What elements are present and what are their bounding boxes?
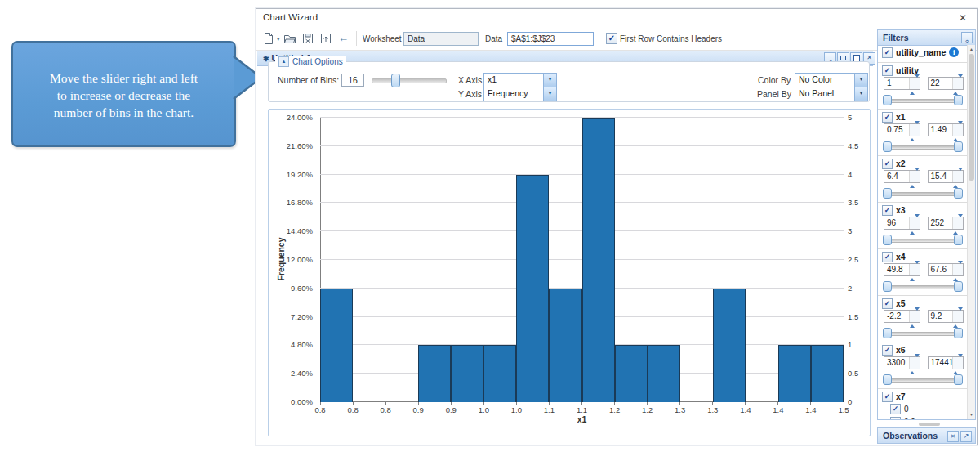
new-chart-dropdown-icon[interactable]: ▾ [277, 36, 280, 43]
spinner-arrows-icon[interactable] [952, 171, 963, 182]
spinner-arrows-icon[interactable] [909, 124, 920, 136]
spinner-arrows-icon[interactable] [952, 217, 963, 229]
bins-slider-track[interactable] [372, 78, 447, 83]
filter-checkbox[interactable]: ✓ [882, 65, 893, 76]
histogram-bar [582, 118, 615, 402]
min-value-spinner[interactable]: 49.8 [884, 263, 920, 276]
max-value-spinner[interactable]: 22 [928, 77, 964, 90]
bins-slider-thumb[interactable] [391, 74, 400, 87]
observations-popout-icon[interactable]: ↗ [960, 431, 972, 442]
range-slider-right-handle[interactable] [954, 95, 963, 105]
worksheet-field[interactable]: Data [403, 32, 479, 46]
info-icon[interactable]: i [949, 47, 959, 57]
range-slider-right-handle[interactable] [954, 374, 963, 385]
range-slider-left-handle[interactable] [883, 374, 892, 385]
scrollbar-thumb[interactable] [969, 54, 974, 181]
range-slider-right-handle[interactable] [954, 328, 963, 338]
range-slider-track[interactable] [884, 285, 961, 289]
chevron-down-icon[interactable]: ▾ [854, 87, 867, 101]
range-slider[interactable] [883, 188, 963, 199]
min-value-spinner[interactable]: 96 [884, 217, 920, 230]
range-slider-left-handle[interactable] [883, 95, 892, 105]
filter-checkbox[interactable]: ✓ [882, 345, 893, 356]
observations-close-icon[interactable]: ✕ [947, 431, 959, 442]
range-slider[interactable] [883, 235, 963, 245]
max-value-spinner[interactable]: 15.4 [928, 170, 964, 183]
range-slider-left-handle[interactable] [883, 141, 892, 152]
spinner-arrows-icon[interactable] [952, 311, 963, 322]
range-slider-left-handle[interactable] [883, 235, 892, 245]
filter-checkbox[interactable]: ✓ [882, 112, 893, 123]
x7-checkbox[interactable]: ✓ [882, 392, 893, 402]
range-slider-right-handle[interactable] [954, 141, 963, 152]
max-value-spinner[interactable]: 9.2 [928, 310, 964, 323]
panel-splitter-handle[interactable] [919, 423, 940, 426]
x-axis-dropdown[interactable]: x1 ▾ [483, 73, 557, 87]
max-value-spinner[interactable]: 17441 [928, 356, 964, 369]
filter-checkbox[interactable]: ✓ [882, 205, 893, 216]
color-by-dropdown[interactable]: No Color ▾ [795, 73, 868, 87]
filter-checkbox[interactable]: ✓ [882, 252, 893, 262]
category-checkbox[interactable]: ✓ [890, 404, 901, 414]
spinner-arrows-icon[interactable] [909, 217, 920, 229]
spinner-arrows-icon[interactable] [909, 357, 920, 369]
scroll-up-icon[interactable]: ▲ [968, 46, 975, 53]
new-chart-icon[interactable] [262, 32, 275, 45]
spinner-arrows-icon[interactable] [909, 264, 920, 275]
first-row-checkbox[interactable]: ✓ [606, 33, 617, 44]
min-value-spinner[interactable]: 1 [884, 77, 920, 90]
min-value-spinner[interactable]: -2.2 [884, 310, 920, 323]
range-slider-right-handle[interactable] [954, 188, 963, 199]
spinner-arrows-icon[interactable] [909, 311, 920, 322]
chevron-down-icon[interactable]: ▾ [854, 74, 867, 87]
max-value-spinner[interactable]: 67.6 [928, 263, 964, 276]
range-slider[interactable] [883, 141, 963, 152]
chevron-down-icon[interactable]: ▾ [543, 87, 556, 101]
spinner-arrows-icon[interactable] [952, 357, 963, 369]
filters-scrollbar[interactable]: ▲ ▼ [967, 45, 975, 419]
save-as-icon[interactable] [319, 32, 332, 45]
range-slider[interactable] [883, 374, 963, 385]
range-slider[interactable] [883, 281, 963, 292]
filter-checkbox[interactable]: ✓ [882, 159, 893, 169]
panel-by-dropdown[interactable]: No Panel ▾ [795, 87, 868, 101]
min-value-spinner[interactable]: 6.4 [884, 170, 920, 183]
range-slider-track[interactable] [884, 332, 961, 336]
range-slider-track[interactable] [884, 192, 961, 196]
range-slider-track[interactable] [884, 378, 961, 383]
data-range-field[interactable]: $A$1:$J$23 [507, 32, 594, 46]
min-value-spinner[interactable]: 3300 [884, 356, 920, 369]
range-slider-left-handle[interactable] [883, 188, 892, 199]
filter-checkbox[interactable]: ✓ [882, 298, 893, 309]
chevron-down-icon[interactable]: ▾ [543, 74, 556, 87]
min-value-spinner[interactable]: 0.75 [884, 123, 920, 136]
y-axis-dropdown[interactable]: Frequency ▾ [483, 87, 557, 101]
scroll-down-icon[interactable]: ▼ [968, 411, 975, 418]
utility-name-checkbox[interactable]: ✓ [882, 47, 893, 58]
range-slider-track[interactable] [884, 145, 961, 150]
spinner-arrows-icon[interactable] [909, 171, 920, 182]
category-checkbox[interactable]: ✓ [890, 417, 901, 420]
filters-collapse-icon[interactable]: » [961, 32, 973, 43]
spinner-arrows-icon[interactable] [952, 78, 963, 89]
window-close-icon[interactable]: ✕ [956, 11, 969, 25]
range-slider-track[interactable] [884, 239, 961, 243]
bins-input[interactable]: 16 [341, 74, 364, 87]
save-icon[interactable] [301, 32, 314, 45]
max-value-spinner[interactable]: 252 [928, 217, 964, 230]
range-slider-right-handle[interactable] [954, 235, 963, 245]
spinner-arrows-icon[interactable] [952, 124, 963, 136]
spinner-arrows-icon[interactable] [909, 78, 920, 89]
x-axis-tick-label: 1.4 [740, 405, 751, 414]
range-slider-left-handle[interactable] [883, 328, 892, 338]
range-slider-right-handle[interactable] [954, 281, 963, 292]
range-slider-left-handle[interactable] [883, 281, 892, 292]
open-icon[interactable] [283, 32, 296, 45]
range-slider[interactable] [883, 328, 963, 338]
range-slider-track[interactable] [884, 99, 961, 103]
max-value-spinner[interactable]: 1.49 [928, 123, 964, 136]
chart-options-collapse-icon[interactable]: ▴ [278, 56, 289, 67]
range-slider[interactable] [883, 95, 963, 105]
back-arrow-icon[interactable]: ← [338, 32, 349, 44]
spinner-arrows-icon[interactable] [952, 264, 963, 275]
